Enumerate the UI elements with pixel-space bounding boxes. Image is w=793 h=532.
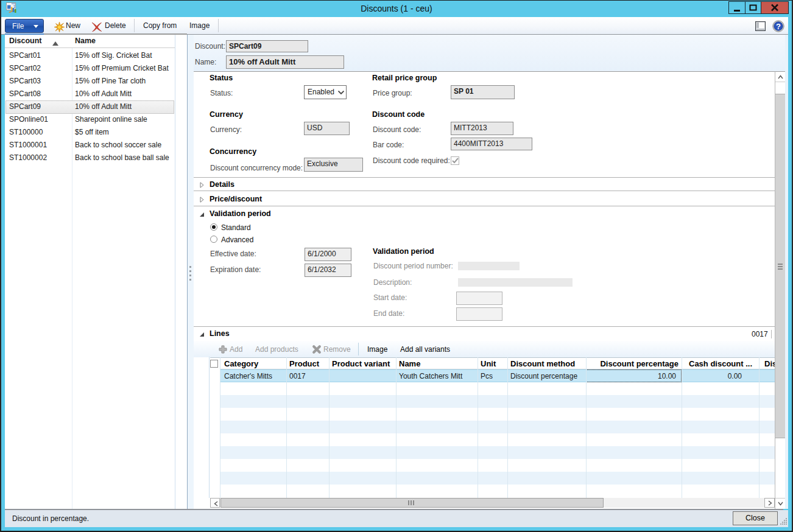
svg-text:?: ?: [776, 22, 781, 31]
